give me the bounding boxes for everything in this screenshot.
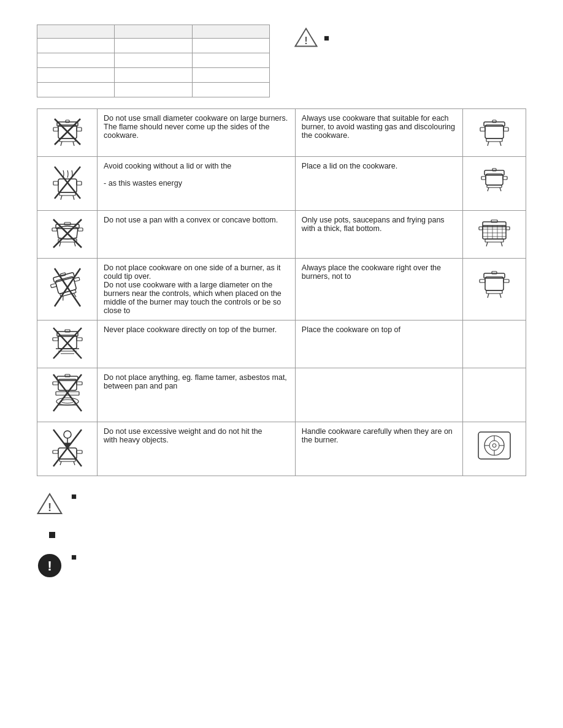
left-icon-cell-5	[37, 320, 98, 368]
svg-point-113	[492, 444, 496, 447]
svg-point-99	[64, 431, 71, 438]
pot-spacer-x-icon	[50, 373, 85, 415]
right-icon-cell-4	[462, 259, 526, 320]
pot-ok-icon	[477, 114, 512, 150]
svg-rect-21	[53, 181, 58, 185]
svg-point-95	[61, 400, 74, 403]
pot-x-large-burner-icon	[50, 114, 85, 150]
svg-rect-63	[50, 283, 56, 287]
svg-rect-22	[77, 181, 82, 185]
pan-convex-icon	[50, 216, 85, 251]
left-icon-cell	[37, 109, 98, 157]
pan-flat-ok-icon	[477, 216, 512, 251]
svg-rect-32	[503, 176, 507, 180]
svg-rect-6	[77, 127, 82, 131]
info-circle-icon: !	[37, 553, 63, 580]
right-text-cell-1: Always use cookware that suitable for ea…	[295, 109, 462, 157]
right-text-cell-7: Handle cookware carefully when they are …	[295, 422, 462, 476]
svg-rect-80	[65, 330, 70, 332]
right-text-cell-5: Place the cookware on top of	[295, 320, 462, 368]
svg-rect-104	[77, 450, 82, 453]
bottom-warnings: ! ■ ! ■	[37, 491, 526, 580]
svg-rect-16	[504, 127, 508, 131]
svg-rect-81	[53, 338, 58, 341]
left-text-cell-4: Do not place cookware on one side of a b…	[98, 259, 296, 320]
table-row: Do not use small diameter cookware on la…	[37, 109, 526, 157]
left-text-cell-3: Do not use a pan with a convex or concav…	[98, 211, 296, 259]
svg-rect-74	[504, 279, 509, 282]
pot-direct-x-icon	[50, 325, 85, 361]
right-icon-cell-3	[462, 211, 526, 259]
table-row: Never place cookware directly on top of …	[37, 320, 526, 368]
svg-rect-15	[480, 127, 485, 131]
warning-triangle-icon: !	[294, 27, 318, 48]
table-row: Avoid cooking without a lid or with the …	[37, 157, 526, 211]
svg-line-66	[61, 296, 64, 300]
right-icon-cell-2	[462, 157, 526, 211]
left-icon-cell-6	[37, 368, 98, 422]
svg-line-8	[61, 142, 62, 146]
bottom-warning-triangle-icon: !	[37, 492, 63, 517]
svg-line-41	[59, 242, 61, 246]
bullet-section	[49, 531, 526, 538]
bullet-square-icon	[49, 532, 55, 538]
svg-line-19	[500, 142, 501, 146]
svg-rect-73	[480, 279, 485, 282]
top-section: ! ■	[37, 25, 526, 97]
burner-handle-icon	[475, 427, 513, 465]
svg-line-25	[73, 195, 74, 200]
top-table	[37, 25, 270, 97]
svg-rect-70	[485, 277, 504, 290]
right-text-cell-4: Always place the cookware right over the…	[295, 259, 462, 320]
left-text-cell-7: Do not use excessive weight and do not h…	[98, 422, 296, 476]
left-icon-cell-7	[37, 422, 98, 476]
right-icon-cell-1	[462, 109, 526, 157]
svg-line-18	[488, 142, 489, 146]
svg-line-24	[61, 195, 62, 200]
table-row: Do not place cookware on one side of a b…	[37, 259, 526, 320]
pot-tilt-icon	[50, 264, 85, 311]
bottom-info-block: ! ■	[37, 552, 526, 580]
right-text-cell-6	[295, 368, 462, 422]
svg-rect-103	[53, 450, 58, 453]
svg-text:!: !	[48, 501, 52, 514]
right-icon-cell-6	[462, 368, 526, 422]
table-row: Do not use excessive weight and do not h…	[37, 422, 526, 476]
bullet-item-1	[49, 531, 526, 538]
svg-line-42	[74, 242, 75, 246]
bottom-warning-text-1: ■	[71, 491, 77, 501]
svg-rect-31	[481, 176, 486, 180]
left-icon-cell-3	[37, 211, 98, 259]
bottom-warning-block-1: ! ■	[37, 491, 526, 517]
svg-rect-49	[506, 227, 510, 230]
svg-text:!: !	[304, 35, 308, 47]
left-text-cell-6: Do not place anything, eg. flame tamer, …	[98, 368, 296, 422]
svg-rect-91	[53, 382, 58, 385]
right-text-cell-2: Place a lid on the cookware.	[295, 157, 462, 211]
left-text-cell-1: Do not use small diameter cookware on la…	[98, 109, 296, 157]
svg-line-51	[486, 242, 488, 246]
svg-rect-90	[65, 374, 70, 377]
pot-centered-ok-icon	[477, 264, 512, 305]
svg-line-52	[501, 242, 502, 246]
svg-rect-105	[59, 459, 75, 461]
svg-rect-5	[53, 127, 58, 131]
left-icon-cell-4	[37, 259, 98, 320]
bottom-info-text: ■	[71, 552, 77, 562]
svg-rect-48	[479, 227, 483, 230]
instruction-table: Do not use small diameter cookware on la…	[37, 108, 526, 476]
table-row: Do not use a pan with a convex or concav…	[37, 211, 526, 259]
svg-line-106	[60, 461, 61, 465]
left-icon-cell-2	[37, 157, 98, 211]
svg-text:!: !	[47, 558, 52, 574]
svg-line-34	[488, 188, 489, 191]
svg-line-107	[74, 461, 75, 465]
table-row: Do not place anything, eg. flame tamer, …	[37, 368, 526, 422]
pot-lid-ok-icon	[478, 162, 510, 194]
right-text-cell-3: Only use pots, saucepans and frying pans…	[295, 211, 462, 259]
top-warning-label: ■	[324, 32, 329, 43]
right-icon-cell-7	[462, 422, 526, 476]
svg-rect-12	[485, 125, 504, 138]
svg-rect-82	[77, 338, 82, 341]
left-text-cell-5: Never place cookware directly on top of …	[98, 320, 296, 368]
